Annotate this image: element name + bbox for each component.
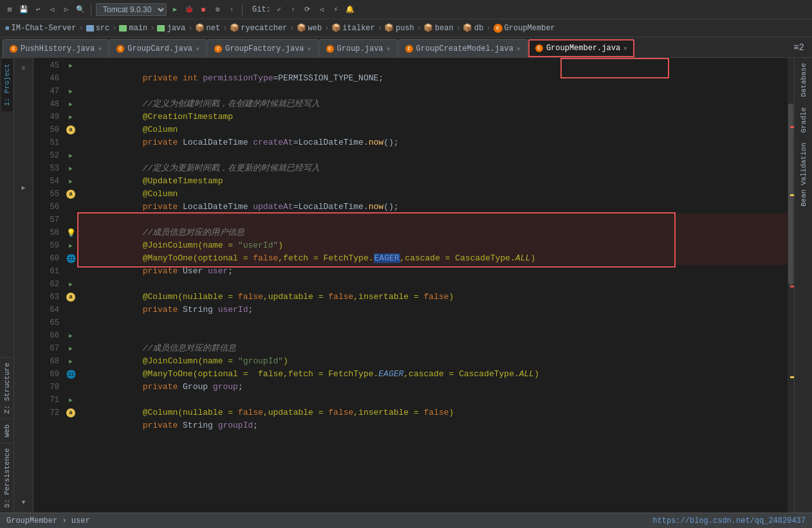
sidebar-icon-2[interactable]: ▼ <box>16 495 32 510</box>
gutter-45: ▶ <box>64 59 77 72</box>
tab-group[interactable]: C Group.java ✕ <box>319 39 398 57</box>
annotation-59d: ,cascade = CascadeType. <box>400 253 515 263</box>
toolbar-icon-forward[interactable]: ▷ <box>60 4 72 15</box>
code-line-57: //成员信息对应的用户信息 <box>77 214 788 226</box>
gutter-67: ▶ <box>64 342 77 355</box>
panel-tab-web[interactable]: Web <box>1 419 13 442</box>
breadcrumb-web[interactable]: 📦 web <box>297 24 322 33</box>
breadcrumb-groupmember[interactable]: C GroupMember <box>494 24 555 33</box>
arrow-68[interactable]: ▶ <box>69 358 73 365</box>
annotation-58: @JoinColumn(name = <box>122 241 237 250</box>
line-72: 72 <box>33 406 59 419</box>
panel-tab-project[interactable]: 1: Project <box>1 58 13 111</box>
breadcrumb-project[interactable]: ■ IM-Chat-Server <box>5 24 76 33</box>
line-69: 69 <box>33 368 59 381</box>
arrow-59[interactable]: ▶ <box>69 242 73 250</box>
tab-close-pushhistory[interactable]: ✕ <box>98 45 102 53</box>
arrow-71[interactable]: ▶ <box>69 396 73 404</box>
debug-icon[interactable]: 🐞 <box>183 4 195 15</box>
line-45: 45 <box>33 59 59 72</box>
toolbar-icon-undo[interactable]: ↩ <box>32 4 44 15</box>
pkg-icon-web: 📦 <box>297 24 306 32</box>
breadcrumb-db[interactable]: 📦 db <box>463 24 483 33</box>
kw-false-71a: false <box>238 408 263 417</box>
breadcrumb-src[interactable]: src <box>86 24 110 33</box>
annotation-49: @Column <box>122 125 178 134</box>
arrow-67[interactable]: ▶ <box>69 345 73 352</box>
breadcrumb-italker[interactable]: 📦 italker <box>331 24 374 33</box>
breadcrumb-java[interactable]: java <box>157 24 185 33</box>
tab-groupcard[interactable]: C GroupCard.java ✕ <box>109 39 207 57</box>
sidebar-collapse-btn[interactable]: ▶ <box>16 180 32 196</box>
toolbar-icon-grid[interactable]: ⊞ <box>4 4 15 15</box>
scrollbar-vertical[interactable] <box>788 58 794 513</box>
arrow-62[interactable]: ▶ <box>69 280 73 288</box>
sidebar-icon-1[interactable]: ≡ <box>16 60 32 76</box>
selected-eager: EAGER <box>374 253 400 263</box>
breadcrumb-sep-2: › <box>112 24 116 33</box>
op-45: =PERMISSION_TYPE_NONE; <box>273 73 383 83</box>
arrow-52[interactable]: ▶ <box>69 152 73 159</box>
line-55: 55 <box>33 188 59 201</box>
git-icon-3[interactable]: ⟳ <box>302 4 313 15</box>
left-sidebar: ≡ ▶ ▼ <box>14 58 33 513</box>
arrow-53[interactable]: ▶ <box>69 165 73 172</box>
pkg-icon-net: 📦 <box>195 24 204 32</box>
panel-gradle[interactable]: Gradle <box>800 102 807 138</box>
annotation-58b: ) <box>278 241 283 250</box>
breadcrumb-main[interactable]: main <box>119 24 147 33</box>
arrow-54[interactable]: ▶ <box>69 178 73 185</box>
tab-close-group[interactable]: ✕ <box>387 45 391 53</box>
panel-tab-persistence[interactable]: S: Persistence <box>1 442 13 513</box>
tomcat-dropdown[interactable]: Tomcat 9.0.30 <box>96 3 167 16</box>
toolbar-icon-search[interactable]: 🔍 <box>75 4 86 15</box>
toolbar-icon-5[interactable]: ⚙ <box>212 4 223 15</box>
stop-icon[interactable]: ◼ <box>198 4 209 15</box>
tab-close-groupcard[interactable]: ✕ <box>196 45 199 53</box>
toolbar-icon-back[interactable]: ◁ <box>46 4 58 15</box>
gutter-69: 🌐 <box>64 368 77 381</box>
status-url[interactable]: https://blog.csdn.net/qq_24820437 <box>652 516 806 525</box>
paren-55: (); <box>383 202 398 212</box>
breadcrumb: ■ IM-Chat-Server › src › main › java › 📦… <box>0 19 812 37</box>
arrow-48[interactable]: ▶ <box>69 100 73 108</box>
tab-groupfactory[interactable]: C GroupFactory.java ✕ <box>207 39 318 57</box>
tab-pushhistory[interactable]: C PushHistory.java ✕ <box>3 39 109 57</box>
arrow-45[interactable]: ▶ <box>69 62 73 69</box>
tab-close-groupcreatemodel[interactable]: ✕ <box>517 45 521 53</box>
code-line-65 <box>77 316 788 329</box>
panel-bean-validation[interactable]: Bean Validation <box>800 138 807 212</box>
git-icon-4[interactable]: ◁ <box>316 4 328 15</box>
line-66: 66 <box>33 329 59 342</box>
git-icon-1[interactable]: ✓ <box>273 4 285 15</box>
arrow-66[interactable]: ▶ <box>69 332 73 340</box>
breadcrumb-java-label: java <box>167 24 185 33</box>
comment-66: //成员信息对应的群信息 <box>122 343 236 353</box>
bulb-58[interactable]: 💡 <box>66 228 76 238</box>
tab-groupmember[interactable]: C GroupMember.java ✕ <box>528 39 634 57</box>
tab-groupcreatemodel[interactable]: C GroupCreateModel.java ✕ <box>398 39 528 57</box>
tabs-more-button[interactable]: ≡2 <box>788 42 809 53</box>
line-60: 60 <box>33 252 59 265</box>
type-ldt-55: LocalDateTime <box>183 202 253 212</box>
toolbar-icon-6[interactable]: ↑ <box>226 4 237 15</box>
breadcrumb-bean[interactable]: 📦 bean <box>424 24 454 33</box>
run-icon[interactable]: ▶ <box>169 4 181 15</box>
git-icon-5[interactable]: ⚡ <box>330 4 342 15</box>
panel-tab-structure[interactable]: Z: Structure <box>1 357 13 419</box>
breadcrumb-push[interactable]: 📦 push <box>385 24 414 33</box>
arrow-47[interactable]: ▶ <box>69 87 73 95</box>
arrow-49[interactable]: ▶ <box>69 113 73 121</box>
tab-close-groupmember[interactable]: ✕ <box>623 44 627 52</box>
tab-close-groupfactory[interactable]: ✕ <box>308 45 311 53</box>
toolbar-icon-save[interactable]: 💾 <box>18 4 30 15</box>
breadcrumb-net[interactable]: 📦 net <box>195 24 220 33</box>
git-icon-6[interactable]: 🔔 <box>344 4 356 15</box>
annotation-68c: ) <box>534 369 539 379</box>
breadcrumb-db-label: db <box>474 24 483 33</box>
field-user-60: user <box>208 266 228 276</box>
breadcrumb-sep-10: › <box>456 24 461 33</box>
panel-database[interactable]: Database <box>800 58 807 102</box>
breadcrumb-ryecatcher[interactable]: 📦 ryecatcher <box>230 24 287 33</box>
git-icon-2[interactable]: ↑ <box>288 4 299 15</box>
